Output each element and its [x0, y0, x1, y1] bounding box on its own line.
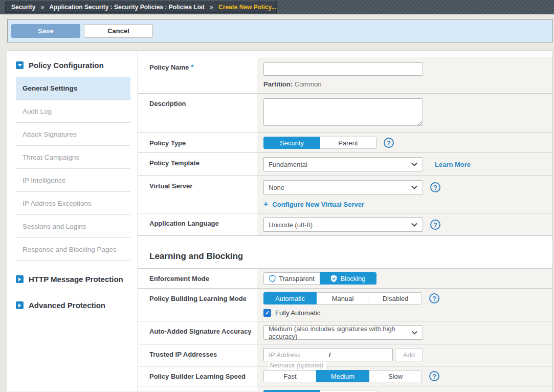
sidebar-section-label: Policy Configuration	[29, 61, 104, 70]
form-row-signature-staging: Signature Staging Enabled Disabled	[138, 386, 552, 392]
form-row-policy-builder-learning-speed: Policy Builder Learning Speed Fast Mediu…	[138, 366, 552, 386]
chevron-down-icon	[411, 162, 417, 166]
learn-more-link[interactable]: Learn More	[435, 161, 471, 168]
application-language-value: Unicode (utf-8)	[269, 221, 313, 229]
learning-speed-slow-button[interactable]: Slow	[369, 370, 422, 382]
trusted-ip-input[interactable]: IP Address /	[263, 348, 393, 361]
sidebar-section-label: Advanced Protection	[29, 301, 105, 310]
help-icon[interactable]: ?	[429, 371, 439, 381]
trusted-ip-label: Trusted IP Addresses	[138, 344, 257, 366]
form-row-virtual-server: Virtual Server None ? + Configure New Vi…	[138, 176, 552, 213]
save-button[interactable]: Save	[11, 24, 80, 38]
sidebar-section-label: HTTP Message Protection	[29, 275, 123, 284]
policy-name-label: Policy Name	[149, 63, 189, 71]
expand-section-icon[interactable]	[16, 275, 24, 283]
enforcement-mode-toggle: Transparent Blocking	[263, 272, 376, 285]
virtual-server-select[interactable]: None	[263, 180, 423, 194]
cancel-button[interactable]: Cancel	[84, 24, 153, 38]
required-asterisk: *	[191, 63, 193, 71]
sidebar-item-sessions-and-logins[interactable]: Sessions and Logins	[16, 215, 130, 238]
learning-speed-fast-button[interactable]: Fast	[263, 370, 317, 382]
signature-accuracy-value: Medium (also includes signatures with hi…	[269, 325, 412, 340]
sidebar: Policy Configuration General Settings Au…	[7, 51, 138, 391]
enforcement-transparent-button[interactable]: Transparent	[263, 272, 320, 285]
configure-new-virtual-server-link[interactable]: + Configure New Virtual Server	[263, 200, 546, 208]
chevron-down-icon	[411, 223, 417, 227]
breadcrumb-path[interactable]: Application Security : Security Policies…	[49, 4, 204, 11]
form-row-description: Description	[138, 94, 552, 133]
policy-type-parent-button[interactable]: Parent	[320, 137, 376, 149]
signature-staging-label: Signature Staging	[138, 386, 257, 392]
signature-accuracy-select[interactable]: Medium (also includes signatures with hi…	[263, 325, 423, 340]
enforcement-blocking-button[interactable]: Blocking	[320, 272, 376, 285]
learning-mode-label: Policy Building Learning Mode	[138, 289, 257, 321]
form-row-policy-name: Policy Name * Partition: Common	[138, 57, 552, 94]
action-toolbar: Save Cancel	[7, 19, 553, 42]
top-navigation-bar: Security » Application Security : Securi…	[0, 0, 554, 14]
collapse-section-icon[interactable]	[16, 61, 24, 69]
partition-value: Common	[295, 80, 322, 88]
sidebar-item-attack-signatures[interactable]: Attack Signatures	[16, 123, 130, 146]
chevron-down-icon	[411, 185, 417, 189]
plus-icon: +	[263, 200, 268, 208]
enforcement-mode-label: Enforcement Mode	[138, 269, 257, 288]
breadcrumb-separator-icon: »	[210, 4, 213, 11]
add-trusted-ip-button[interactable]: Add	[395, 348, 423, 361]
virtual-server-label: Virtual Server	[138, 176, 257, 213]
learning-speed-toggle: Fast Medium Slow	[263, 370, 422, 382]
sidebar-section-policy-configuration[interactable]: Policy Configuration	[7, 61, 138, 70]
shield-outline-icon	[269, 275, 276, 282]
learning-mode-automatic-button[interactable]: Automatic	[263, 292, 317, 304]
netmask-placeholder: Netmask (optional)	[269, 362, 326, 370]
expand-section-icon[interactable]	[16, 301, 24, 309]
signature-accuracy-label: Auto-Added Signature Accuracy	[138, 321, 257, 344]
chevron-down-icon	[412, 331, 417, 335]
shield-check-icon	[330, 275, 337, 282]
form-row-policy-type: Policy Type Security Parent ?	[138, 133, 552, 153]
form-row-auto-added-signature-accuracy: Auto-Added Signature Accuracy Medium (al…	[138, 321, 552, 344]
sidebar-item-ip-intelligence[interactable]: IP Intelligence	[16, 169, 130, 192]
form-row-enforcement-mode: Enforcement Mode Transparent Blocking	[138, 269, 552, 289]
fully-automatic-checkbox[interactable]: ✓ Fully Automatic	[263, 309, 546, 317]
policy-name-input[interactable]	[263, 62, 423, 76]
policy-type-label: Policy Type	[138, 133, 257, 153]
signature-staging-enabled-button[interactable]: Enabled	[263, 390, 320, 392]
signature-staging-disabled-button[interactable]: Disabled	[320, 390, 376, 392]
breadcrumb-separator-icon: »	[41, 4, 45, 11]
breadcrumb-current-page: Create New Policy...	[218, 4, 276, 11]
help-icon[interactable]: ?	[384, 138, 394, 148]
description-label: Description	[138, 94, 257, 133]
sidebar-items: General Settings Audit Log Attack Signat…	[16, 77, 130, 261]
learning-speed-medium-button[interactable]: Medium	[316, 370, 369, 382]
fully-automatic-label: Fully Automatic	[275, 309, 320, 317]
breadcrumb-root[interactable]: Security	[11, 4, 35, 11]
section-header-learning-and-blocking: Learning and Blocking	[138, 236, 552, 269]
sidebar-section-advanced-protection[interactable]: Advanced Protection	[7, 301, 138, 310]
form-row-policy-building-learning-mode: Policy Building Learning Mode Automatic …	[138, 289, 552, 321]
checkbox-checked-icon[interactable]: ✓	[263, 309, 271, 317]
policy-type-toggle: Security Parent	[263, 137, 376, 149]
policy-type-security-button[interactable]: Security	[263, 137, 320, 149]
help-icon[interactable]: ?	[430, 182, 440, 192]
form-row-application-language: Application Language Unicode (utf-8) ?	[138, 213, 552, 236]
learning-mode-disabled-button[interactable]: Disabled	[369, 292, 422, 304]
learning-mode-manual-button[interactable]: Manual	[316, 292, 369, 304]
ip-netmask-separator: /	[329, 351, 331, 359]
policy-template-value: Fundamental	[269, 161, 307, 168]
help-icon[interactable]: ?	[429, 293, 439, 303]
form-row-trusted-ip-addresses: Trusted IP Addresses IP Address / Add Ne…	[138, 344, 552, 366]
sidebar-section-http-message-protection[interactable]: HTTP Message Protection	[7, 275, 138, 284]
application-language-select[interactable]: Unicode (utf-8)	[263, 217, 423, 232]
description-textarea[interactable]	[263, 98, 423, 126]
sidebar-item-general-settings[interactable]: General Settings	[16, 77, 130, 100]
sidebar-item-response-and-blocking-pages[interactable]: Response and Blocking Pages	[16, 238, 130, 261]
help-icon[interactable]: ?	[430, 220, 440, 230]
sidebar-item-audit-log[interactable]: Audit Log	[16, 100, 130, 123]
policy-form: Policy Name * Partition: Common Descript…	[138, 51, 552, 391]
main-panel: Policy Configuration General Settings Au…	[7, 51, 553, 391]
sidebar-item-ip-address-exceptions[interactable]: IP Address Exceptions	[16, 192, 130, 215]
sidebar-item-threat-campaigns[interactable]: Threat Campaigns	[16, 146, 130, 169]
policy-template-select[interactable]: Fundamental	[263, 157, 423, 171]
learning-mode-toggle: Automatic Manual Disabled	[263, 292, 422, 304]
breadcrumb: Security » Application Security : Securi…	[5, 2, 277, 13]
